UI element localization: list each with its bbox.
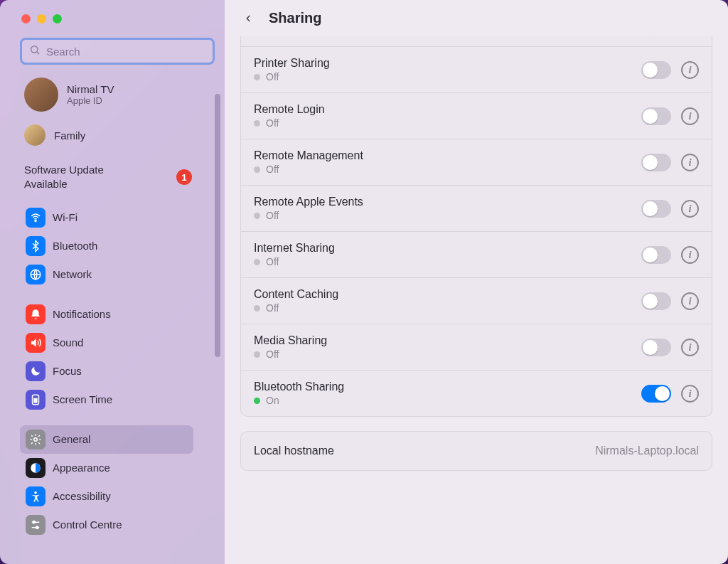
apple-id-sub: Apple ID [67, 95, 114, 106]
sharing-row-controls: i [641, 154, 699, 171]
local-hostname-card: Local hostname Nirmals-Laptop.local [240, 431, 712, 471]
status-dot-icon [254, 74, 260, 80]
sidebar-item-label: Accessibility [53, 490, 111, 502]
sidebar-item-focus[interactable]: Focus [20, 357, 193, 385]
avatar [24, 78, 58, 112]
sharing-row-title: Remote Apple Events [254, 196, 641, 208]
remote-login-info-button[interactable]: i [681, 107, 699, 125]
sharing-row-status: Off [254, 256, 641, 267]
internet-sharing-info-button[interactable]: i [681, 246, 699, 264]
svg-point-0 [31, 46, 38, 53]
svg-line-1 [37, 52, 39, 54]
sidebar-item-accessibility[interactable]: Accessibility [20, 482, 193, 511]
sidebar-item-network[interactable]: Network [20, 260, 193, 289]
traffic-lights [20, 14, 215, 38]
apple-id-row[interactable]: Nirmal TV Apple ID [20, 65, 215, 120]
internet-sharing-toggle[interactable] [641, 246, 671, 264]
sharing-row-status: On [254, 395, 641, 406]
sharing-row-remote-management: Remote ManagementOffi [241, 139, 712, 185]
sidebar-item-label: Notifications [53, 308, 111, 320]
sharing-row-remote-apple-events: Remote Apple EventsOffi [241, 185, 712, 231]
sidebar-item-wifi[interactable]: Wi-Fi [20, 203, 193, 232]
sidebar-item-appearance[interactable]: Appearance [20, 454, 193, 482]
local-hostname-label: Local hostname [254, 445, 334, 457]
printer-sharing-toggle[interactable] [641, 61, 671, 79]
back-button[interactable] [240, 11, 256, 26]
media-sharing-toggle[interactable] [641, 339, 671, 356]
sidebar-item-screentime[interactable]: Screen Time [20, 385, 193, 414]
sharing-row-text: Remote LoginOff [254, 103, 641, 129]
sidebar-item-sound[interactable]: Sound [20, 329, 193, 357]
status-dot-icon [254, 305, 260, 312]
svg-point-8 [34, 491, 37, 494]
sidebar-item-label: Control Centre [53, 518, 122, 531]
sidebar-item-label: Appearance [53, 462, 110, 474]
remote-login-toggle[interactable] [641, 107, 671, 125]
local-hostname-row[interactable]: Local hostname Nirmals-Laptop.local [241, 432, 712, 470]
sharing-row-text: Remote ManagementOff [254, 149, 641, 175]
bluetooth-icon [26, 236, 46, 256]
main-panel: Sharing File SharingOffiPrinter SharingO… [225, 0, 728, 564]
svg-point-6 [34, 437, 38, 441]
status-text: Off [266, 348, 279, 360]
sharing-row-controls: i [641, 107, 699, 125]
content-caching-info-button[interactable]: i [681, 292, 699, 310]
remote-management-info-button[interactable]: i [681, 154, 699, 171]
status-dot-icon [254, 213, 260, 219]
family-label: Family [54, 129, 85, 142]
status-text: Off [266, 164, 279, 175]
close-window-button[interactable] [21, 14, 31, 23]
sharing-row-title: Bluetooth Sharing [254, 381, 641, 393]
media-sharing-info-button[interactable]: i [681, 339, 699, 356]
titlebar: Sharing [225, 0, 728, 36]
focus-icon [26, 361, 46, 381]
status-text: Off [266, 210, 279, 221]
sidebar-item-bluetooth[interactable]: Bluetooth [20, 232, 193, 260]
remote-apple-events-info-button[interactable]: i [681, 200, 699, 218]
family-row[interactable]: Family [20, 120, 215, 150]
remote-management-toggle[interactable] [641, 154, 671, 171]
sidebar-item-label: Screen Time [53, 393, 112, 405]
sidebar-item-notifications[interactable]: Notifications [20, 300, 193, 329]
search-field-container[interactable] [20, 38, 215, 65]
sharing-row-controls: i [641, 61, 699, 79]
sharing-row-status: Off [254, 302, 641, 314]
sharing-row-text: Media SharingOff [254, 334, 641, 360]
sharing-row-status: Off [254, 117, 641, 129]
sharing-row-text: Content CachingOff [254, 288, 641, 314]
sidebar-item-controlcentre[interactable]: Control Centre [20, 511, 193, 539]
sharing-row-controls: i [641, 339, 699, 356]
bluetooth-sharing-toggle[interactable] [641, 385, 671, 403]
search-input[interactable] [46, 46, 205, 58]
maximize-window-button[interactable] [53, 14, 62, 23]
minimize-window-button[interactable] [37, 14, 46, 23]
content-caching-toggle[interactable] [641, 292, 671, 310]
remote-apple-events-toggle[interactable] [641, 200, 671, 218]
content-scrollbar-track[interactable] [714, 39, 725, 561]
sharing-row-controls: i [641, 246, 699, 264]
content-scrollbar-thumb[interactable] [715, 103, 724, 530]
svg-point-10 [33, 521, 35, 523]
sharing-row-media-sharing: Media SharingOffi [241, 324, 712, 370]
sidebar-item-label: Bluetooth [53, 240, 97, 252]
printer-sharing-info-button[interactable]: i [681, 61, 699, 79]
sidebar-item-general[interactable]: General [20, 425, 193, 454]
sharing-row-status: Off [254, 210, 641, 221]
status-dot-icon [254, 259, 260, 265]
sharing-row-title: Remote Login [254, 103, 641, 116]
software-update-text: Software Update Available [24, 163, 104, 192]
sharing-row-controls: i [641, 200, 699, 218]
sharing-row-text: Remote Apple EventsOff [254, 196, 641, 221]
screentime-icon [26, 390, 46, 410]
sharing-services-card: File SharingOffiPrinter SharingOffiRemot… [240, 36, 712, 417]
wifi-icon [26, 208, 46, 228]
sidebar-scrollbar[interactable] [215, 94, 220, 357]
sharing-row-printer-sharing: Printer SharingOffi [241, 46, 712, 92]
bluetooth-sharing-info-button[interactable]: i [681, 385, 699, 403]
sharing-row-text: Bluetooth SharingOn [254, 381, 641, 406]
sidebar-item-label: Wi-Fi [53, 211, 77, 223]
software-update-row[interactable]: Software Update Available 1 [20, 150, 215, 203]
status-dot-icon [254, 120, 260, 127]
sharing-row-title: Printer Sharing [254, 57, 641, 70]
sidebar-item-label: Focus [53, 365, 82, 377]
